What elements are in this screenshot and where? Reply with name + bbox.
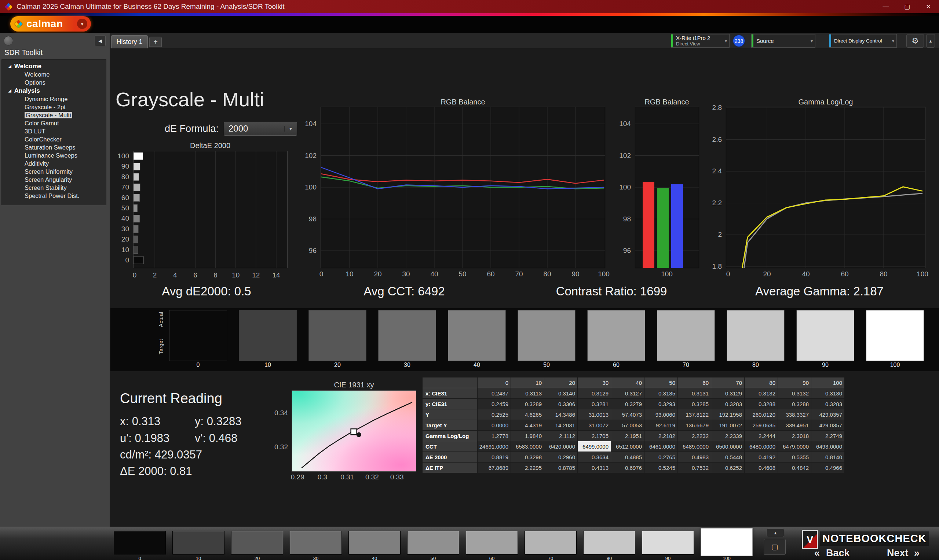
chart-title: RGB Balance: [645, 98, 689, 106]
axis-tick-label: 60: [122, 194, 129, 202]
axis-tick-label: 50: [122, 204, 129, 212]
gamma-plot: [726, 107, 925, 268]
axis-tick-label: 2: [153, 271, 157, 279]
charts-layer: 010203040506070809010002468101214DeltaE …: [0, 0, 939, 560]
pattern-button-90[interactable]: [642, 531, 694, 554]
pattern-button-label: 10: [196, 555, 201, 560]
notebookcheck-watermark: V NOTEBOOKCHECK « Back Next »: [802, 529, 939, 558]
rgb-balance-line-plot: [321, 107, 605, 268]
calman-window: Calman 2025 Calman Ultimate for Business…: [0, 0, 939, 560]
pattern-button-label: 90: [665, 555, 671, 560]
axis-tick-label: 0.29: [291, 473, 304, 481]
axis-tick-label: 100: [117, 152, 129, 160]
pattern-button-100[interactable]: [701, 528, 752, 556]
notebookcheck-text: NOTEBOOKCHECK: [820, 531, 929, 546]
pattern-bar: ▲ ▢ 0102030405060708090100: [0, 527, 939, 560]
chart-title: CIE 1931 xy: [334, 381, 374, 389]
pattern-button-label: 80: [607, 555, 612, 560]
axis-tick-label: 100: [917, 270, 928, 278]
axis-tick-label: 98: [623, 215, 631, 223]
measured-marker: [356, 432, 361, 437]
cie-diagram: [291, 390, 416, 472]
axis-tick-label: 30: [402, 270, 410, 278]
target-marker: [351, 429, 357, 435]
axis-tick-label: 80: [543, 270, 551, 278]
axis-tick-label: 10: [232, 271, 239, 279]
axis-tick-label: 6: [193, 271, 197, 279]
pattern-button-50[interactable]: [407, 531, 459, 554]
axis-tick-label: 20: [122, 235, 129, 243]
axis-tick-label: 100: [305, 183, 316, 191]
axis-tick-label: 0: [726, 270, 730, 278]
axis-tick-label: 12: [252, 271, 260, 279]
axis-tick-label: 14: [272, 271, 280, 279]
pattern-button-30[interactable]: [290, 531, 342, 554]
axis-tick-label: 0.33: [390, 473, 404, 481]
pattern-button-label: 60: [489, 555, 495, 560]
back-arrow-icon[interactable]: «: [814, 548, 820, 559]
next-button[interactable]: Next: [887, 548, 908, 559]
axis-tick-label: 0.34: [274, 409, 288, 417]
rgb-balance-bar-plot: [635, 107, 699, 268]
axis-tick-label: 0: [133, 271, 137, 279]
pattern-button-80[interactable]: [583, 531, 635, 554]
axis-tick-label: 2.6: [712, 135, 722, 144]
pattern-button-20[interactable]: [231, 531, 283, 554]
axis-tick-label: 2.2: [712, 199, 722, 207]
axis-tick-label: 96: [623, 247, 631, 255]
next-arrow-icon[interactable]: »: [914, 548, 920, 559]
axis-tick-label: 60: [487, 270, 495, 278]
axis-tick-label: 96: [309, 247, 316, 255]
axis-tick-label: 2.4: [712, 167, 722, 175]
axis-tick-label: 100: [598, 270, 610, 278]
axis-tick-label: 2: [718, 231, 722, 238]
axis-tick-label: 80: [880, 270, 887, 278]
deltae-plot: [133, 151, 288, 268]
axis-tick-label: 8: [213, 271, 217, 279]
axis-tick-label: 2.8: [712, 104, 722, 112]
axis-tick-label: 40: [122, 214, 129, 223]
pattern-button-label: 20: [254, 555, 260, 560]
axis-tick-label: 0: [125, 256, 129, 264]
axis-tick-label: 0.31: [341, 473, 354, 481]
pattern-button-label: 0: [138, 555, 141, 560]
pattern-button-40[interactable]: [348, 531, 401, 554]
axis-tick-label: 98: [309, 215, 316, 223]
axis-tick-label: 4: [173, 271, 177, 279]
axis-tick-label: 10: [345, 270, 353, 278]
up-arrow-icon: ▲: [774, 531, 778, 535]
notebookcheck-logo: V: [802, 530, 818, 549]
axis-tick-label: 102: [305, 152, 316, 160]
axis-tick-label: 60: [841, 270, 848, 278]
axis-tick-label: 100: [619, 183, 631, 191]
pattern-button-10[interactable]: [173, 531, 225, 554]
pattern-button-60[interactable]: [466, 531, 518, 554]
pattern-button-label: 50: [431, 555, 436, 560]
axis-tick-label: 30: [122, 225, 129, 233]
chart-title: RGB Balance: [441, 98, 485, 106]
back-button[interactable]: Back: [826, 548, 850, 559]
pattern-window-button[interactable]: ▢: [764, 539, 786, 555]
pattern-button-label: 100: [723, 555, 731, 560]
pattern-square-icon: ▢: [771, 542, 778, 551]
axis-tick-label: 102: [619, 152, 631, 160]
pattern-button-70[interactable]: [524, 531, 577, 554]
axis-tick-label: 20: [763, 270, 771, 278]
axis-tick-label: 100: [661, 270, 673, 278]
pattern-button-0[interactable]: [114, 531, 166, 554]
pattern-button-label: 30: [313, 555, 318, 560]
axis-tick-label: 70: [515, 270, 523, 278]
axis-tick-label: 40: [430, 270, 438, 278]
axis-tick-label: 104: [305, 120, 316, 128]
axis-tick-label: 50: [458, 270, 466, 278]
axis-tick-label: 90: [122, 162, 129, 171]
pattern-button-label: 70: [548, 555, 553, 560]
axis-tick-label: 0.3: [318, 473, 327, 481]
axis-tick-label: 0.32: [274, 443, 288, 451]
axis-tick-label: 0: [319, 270, 324, 278]
axis-tick-label: 90: [572, 270, 579, 278]
axis-tick-label: 40: [802, 270, 809, 278]
pattern-page-up-button[interactable]: ▲: [766, 528, 784, 537]
axis-tick-label: 10: [122, 246, 129, 254]
axis-tick-label: 20: [374, 270, 381, 278]
